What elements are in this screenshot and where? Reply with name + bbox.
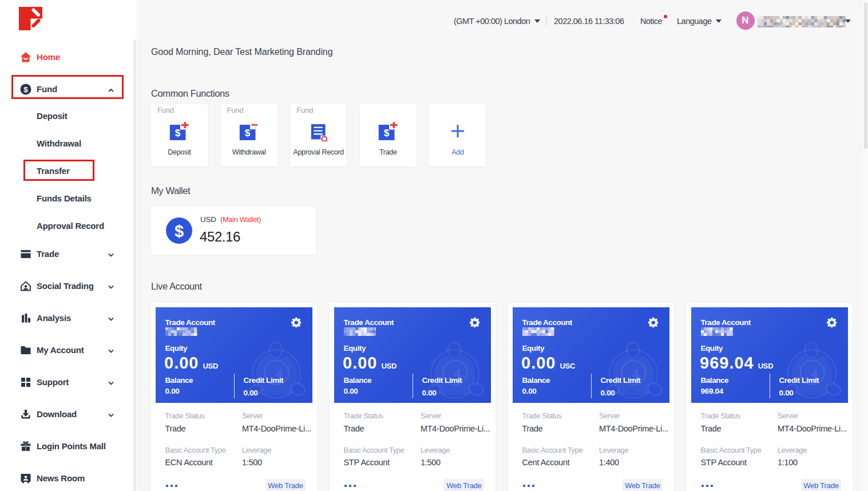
svg-text:$: $	[244, 128, 250, 138]
svg-text:$: $	[175, 128, 181, 138]
svg-text:$: $	[384, 128, 390, 138]
svg-text:$: $	[175, 222, 184, 240]
